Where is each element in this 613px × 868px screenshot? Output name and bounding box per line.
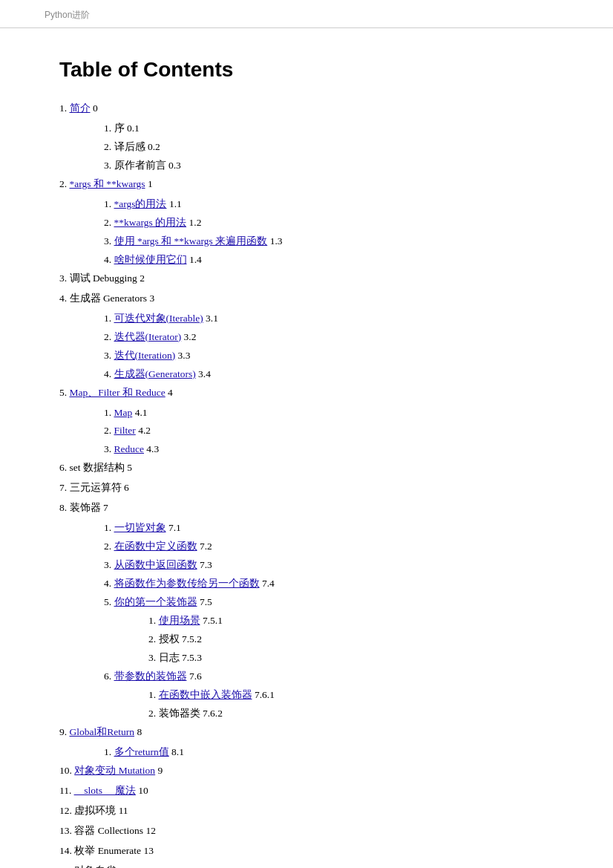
toc-link[interactable]: 带参数的装饰器: [114, 670, 187, 682]
item-number: 13.: [59, 825, 74, 836]
page-title: Table of Contents: [59, 58, 554, 82]
item-page: 0.2: [145, 141, 160, 152]
item-number: 3.: [104, 350, 114, 361]
item-page: 11: [116, 805, 128, 816]
list-item: 5. 你的第一个装饰器 7.5: [104, 593, 554, 612]
item-number: 2.: [59, 178, 70, 189]
toc-link[interactable]: 使用 *args 和 **kwargs 来遍用函数: [114, 235, 268, 247]
toc-link[interactable]: __slots__ 魔法: [74, 785, 136, 796]
toc-link[interactable]: Map、Filter 和 Reduce: [70, 387, 165, 398]
toc-text: 装饰器类: [159, 708, 200, 719]
item-page: 7.3: [197, 559, 212, 570]
toc-link[interactable]: 可迭代对象(Iterable): [114, 313, 203, 324]
item-page: 8.1: [169, 746, 184, 757]
item-page: 0.1: [125, 123, 140, 134]
item-number: 5.: [104, 596, 114, 607]
item-page: 5: [125, 462, 132, 473]
item-number: 3.: [59, 273, 70, 284]
item-number: 6.: [104, 670, 114, 682]
list-item: 9. Global和Return 8: [59, 723, 554, 742]
item-number: 11.: [59, 785, 74, 796]
item-page: 4.3: [144, 443, 159, 454]
list-item: 6. 带参数的装饰器 7.6: [104, 668, 554, 686]
item-number: 1.: [148, 615, 159, 626]
item-number: 2.: [104, 331, 114, 342]
page-content: Table of Contents 1. 简介 01. 序 0.12. 译后感 …: [0, 28, 613, 868]
toc-link[interactable]: Map: [114, 407, 133, 418]
toc-link[interactable]: 多个return值: [114, 746, 169, 757]
list-item: 1. 简介 0: [59, 99, 554, 118]
toc-text: 授权: [159, 633, 180, 645]
list-item: 2. *args 和 **kwargs 1: [59, 175, 554, 194]
toc-link[interactable]: 将函数作为参数传给另一个函数: [114, 578, 260, 589]
toc-link[interactable]: 迭代(Iteration): [114, 350, 176, 361]
item-number: 1.: [104, 198, 114, 209]
toc-text: 三元运算符: [70, 482, 122, 493]
toc-link[interactable]: 对象变动 Mutation: [74, 765, 155, 776]
toc-link[interactable]: *args的用法: [114, 198, 167, 209]
item-page: 1.4: [187, 254, 202, 265]
toc-link[interactable]: 使用场景: [159, 615, 200, 626]
item-page: 0: [91, 102, 98, 114]
item-page: 7.5.3: [180, 652, 202, 663]
item-number: 3.: [104, 160, 114, 171]
item-number: 2.: [148, 708, 159, 719]
item-page: 3: [147, 293, 154, 304]
table-of-contents: 1. 简介 01. 序 0.12. 译后感 0.23. 原作者前言 0.32. …: [59, 99, 554, 868]
list-item: 2. 迭代器(Iterator) 3.2: [104, 328, 554, 347]
toc-link[interactable]: 生成器(Generators): [114, 368, 196, 379]
item-page: 3.1: [203, 313, 218, 324]
list-item: 1. 可迭代对象(Iterable) 3.1: [104, 310, 554, 328]
toc-link[interactable]: 从函数中返回函数: [114, 559, 197, 570]
toc-link[interactable]: **kwargs 的用法: [114, 217, 187, 228]
toc-link[interactable]: Reduce: [114, 443, 144, 454]
item-number: 8.: [59, 502, 70, 513]
item-page: 1.2: [186, 217, 201, 228]
item-page: 3.4: [196, 368, 211, 379]
toc-link[interactable]: *args 和 **kwargs: [70, 178, 145, 189]
toc-link[interactable]: Global和Return: [70, 726, 135, 737]
toc-text: 原作者前言: [114, 160, 166, 171]
item-page: 7.5.2: [180, 633, 202, 645]
toc-text: 枚举 Enumerate: [74, 845, 141, 856]
toc-text: 日志: [159, 652, 180, 663]
toc-link[interactable]: 在函数中嵌入装饰器: [159, 689, 252, 700]
item-page: 6: [122, 482, 129, 493]
item-page: 4.1: [132, 407, 147, 418]
toc-link[interactable]: 简介: [70, 102, 91, 114]
toc-link[interactable]: 一切皆对象: [114, 522, 166, 533]
toc-text: 序: [114, 123, 125, 134]
item-page: 10: [136, 785, 148, 796]
list-item: 5. Map、Filter 和 Reduce 4: [59, 384, 554, 402]
toc-link[interactable]: 你的第一个装饰器: [114, 596, 197, 607]
list-item: 13. 容器 Collections 12: [59, 822, 554, 841]
list-item: 1. 一切皆对象 7.1: [104, 519, 554, 538]
toc-text: 译后感: [114, 141, 145, 152]
toc-text: set 数据结构: [70, 462, 125, 473]
toc-link[interactable]: 啥时候使用它们: [114, 254, 187, 265]
item-number: 10.: [59, 765, 74, 776]
item-page: 1.3: [267, 235, 282, 247]
item-number: 2.: [104, 425, 114, 436]
item-number: 6.: [59, 462, 70, 473]
list-item: 1. *args的用法 1.1: [104, 195, 554, 214]
item-page: 7.5: [197, 596, 212, 607]
list-item: 3. Reduce 4.3: [104, 440, 554, 459]
list-item: 1. Map 4.1: [104, 404, 554, 422]
item-page: 3.2: [181, 331, 196, 342]
toc-link[interactable]: 在函数中定义函数: [114, 541, 197, 552]
item-page: 4: [165, 387, 173, 398]
toc-text: 装饰器: [70, 502, 101, 513]
item-number: 3.: [104, 559, 114, 570]
item-page: 2: [137, 273, 145, 284]
toc-link[interactable]: Filter: [114, 425, 136, 436]
toc-text: 虚拟环境: [74, 805, 116, 816]
item-page: 14: [116, 865, 128, 868]
list-item: 1. 使用场景 7.5.1: [148, 612, 554, 630]
list-item: 4. 将函数作为参数传给另一个函数 7.4: [104, 575, 554, 593]
item-number: 1.: [104, 522, 114, 533]
toc-link[interactable]: 迭代器(Iterator): [114, 331, 182, 342]
header-title: Python进阶: [45, 10, 90, 20]
item-number: 4.: [59, 293, 70, 304]
item-number: 4.: [104, 368, 114, 379]
